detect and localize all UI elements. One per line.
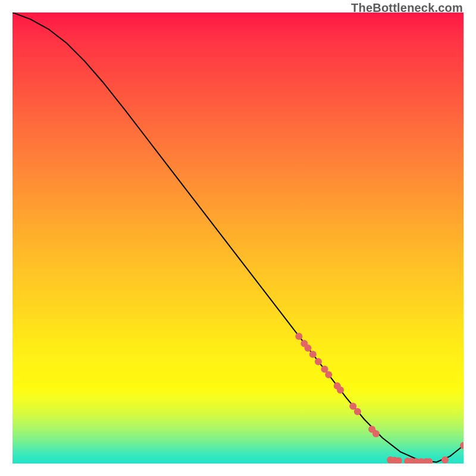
scatter-point bbox=[441, 456, 449, 464]
chart-container: TheBottleneck.com bbox=[0, 0, 476, 476]
scatter-point bbox=[309, 351, 317, 358]
bottleneck-curve bbox=[12, 12, 464, 462]
scatter-point bbox=[295, 333, 302, 340]
curve-svg bbox=[12, 12, 464, 464]
scatter-point bbox=[315, 358, 322, 365]
scatter-point bbox=[354, 408, 361, 415]
scatter-marker-group bbox=[295, 333, 464, 464]
curve-line-group bbox=[12, 12, 464, 462]
scatter-point bbox=[372, 430, 380, 437]
scatter-point bbox=[304, 345, 311, 352]
scatter-point bbox=[325, 371, 332, 378]
scatter-point bbox=[337, 386, 344, 393]
plot-area bbox=[12, 12, 464, 464]
